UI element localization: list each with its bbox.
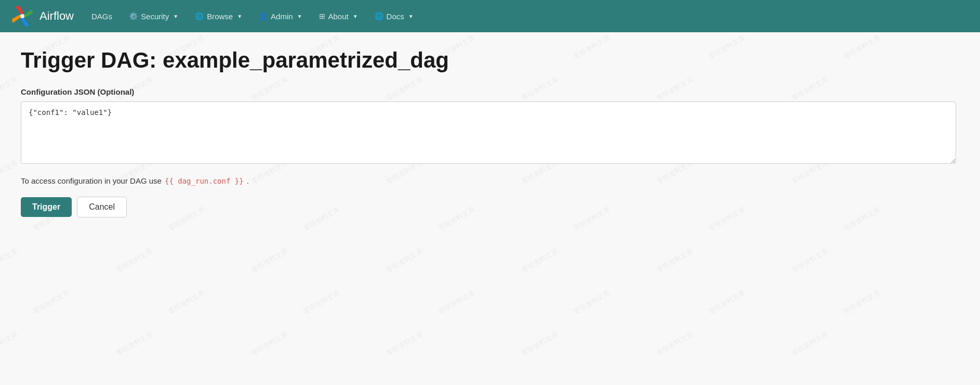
- nav-item-security: ⚙️ Security ▼: [122, 7, 186, 26]
- watermark: 零组资料文库: [250, 247, 290, 275]
- brand-link[interactable]: Airflow: [10, 4, 74, 28]
- brand-name: Airflow: [39, 9, 74, 23]
- form-label: Configuration JSON (Optional): [21, 87, 959, 96]
- security-icon: ⚙️: [129, 12, 138, 20]
- nav-link-admin[interactable]: 👤 Admin ▼: [251, 7, 309, 26]
- nav-item-browse: 🌐 Browse ▼: [188, 7, 249, 26]
- watermark: 零组资料文库: [167, 288, 207, 317]
- watermark: 零组资料文库: [520, 330, 560, 358]
- browse-label: Browse: [207, 12, 233, 21]
- docs-caret: ▼: [408, 14, 414, 19]
- info-text-before: To access configuration in your DAG use: [21, 176, 162, 185]
- svg-point-0: [20, 14, 24, 18]
- nav-link-docs[interactable]: 🌐 Docs ▼: [367, 7, 421, 26]
- json-config-textarea[interactable]: [21, 101, 956, 164]
- airflow-logo: [10, 4, 34, 28]
- cancel-button[interactable]: Cancel: [77, 197, 127, 217]
- watermark: 零组资料文库: [655, 247, 695, 275]
- watermark: 零组资料文库: [385, 247, 425, 275]
- browse-icon: 🌐: [195, 12, 204, 20]
- security-caret: ▼: [173, 14, 178, 19]
- watermark: 零组资料文库: [520, 247, 560, 275]
- admin-icon: 👤: [259, 12, 268, 20]
- info-text-after: .: [247, 176, 249, 185]
- admin-label: Admin: [271, 12, 293, 21]
- watermark: 零组资料文库: [655, 330, 695, 358]
- form-section: Configuration JSON (Optional) To access …: [21, 87, 959, 217]
- dag-run-conf-code: {{ dag_run.conf }}: [165, 177, 244, 185]
- nav-link-security[interactable]: ⚙️ Security ▼: [122, 7, 186, 26]
- watermark: 零组资料文库: [115, 330, 155, 358]
- nav-link-about[interactable]: ⊞ About ▼: [312, 7, 365, 26]
- dags-label: DAGs: [91, 12, 112, 21]
- watermark: 零组资料文库: [32, 288, 72, 317]
- info-text: To access configuration in your DAG use …: [21, 176, 959, 185]
- watermark: 零组资料文库: [302, 288, 342, 317]
- nav-item-docs: 🌐 Docs ▼: [367, 7, 421, 26]
- about-label: About: [328, 12, 349, 21]
- docs-icon: 🌐: [375, 12, 383, 20]
- navbar: Airflow DAGs ⚙️ Security ▼ 🌐 Browse ▼ 👤: [0, 0, 980, 32]
- watermark: 零组资料文库: [250, 330, 290, 358]
- watermark: 零组资料文库: [707, 288, 747, 317]
- about-icon: ⊞: [319, 12, 325, 20]
- trigger-button[interactable]: Trigger: [21, 197, 72, 217]
- button-row: Trigger Cancel: [21, 197, 959, 217]
- nav-item-admin: 👤 Admin ▼: [251, 7, 309, 26]
- watermark: 零组资料文库: [437, 288, 477, 317]
- about-caret: ▼: [353, 14, 358, 19]
- page-title: Trigger DAG: example_parametrized_dag: [21, 48, 959, 73]
- watermark: 零组资料文库: [115, 247, 155, 275]
- nav-menu: DAGs ⚙️ Security ▼ 🌐 Browse ▼ 👤 Admin ▼: [84, 7, 421, 26]
- browse-caret: ▼: [237, 14, 242, 19]
- watermark: 零组资料文库: [0, 330, 19, 358]
- nav-link-dags[interactable]: DAGs: [84, 7, 120, 26]
- watermark: 零组资料文库: [0, 75, 19, 104]
- watermark: 零组资料文库: [842, 288, 882, 317]
- watermark: 零组资料文库: [0, 247, 19, 275]
- admin-caret: ▼: [297, 14, 302, 19]
- nav-item-about: ⊞ About ▼: [312, 7, 365, 26]
- watermark: 零组资料文库: [0, 158, 19, 187]
- watermark: 零组资料文库: [790, 247, 830, 275]
- watermark: 零组资料文库: [790, 330, 830, 358]
- nav-link-browse[interactable]: 🌐 Browse ▼: [188, 7, 249, 26]
- watermark: 零组资料文库: [385, 330, 425, 358]
- security-label: Security: [141, 12, 169, 21]
- docs-label: Docs: [387, 12, 404, 21]
- main-content: 零组资料文库 零组资料文库 零组资料文库 零组资料文库 零组资料文库 零组资料文…: [0, 32, 980, 385]
- nav-item-dags: DAGs: [84, 7, 120, 26]
- watermark: 零组资料文库: [572, 288, 612, 317]
